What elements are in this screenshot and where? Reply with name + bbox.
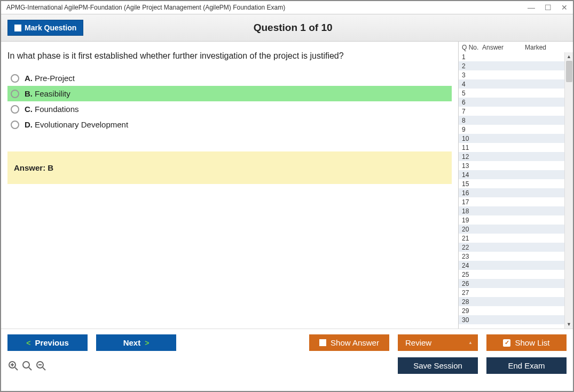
end-exam-label: End Exam	[508, 361, 545, 370]
list-item[interactable]: 28	[459, 297, 573, 306]
minimize-icon[interactable]: —	[528, 3, 535, 12]
list-item[interactable]: 8	[459, 116, 573, 125]
list-item-qno: 10	[462, 135, 482, 142]
show-answer-button[interactable]: Show Answer	[309, 334, 389, 351]
option-text: Feasibility	[35, 89, 70, 98]
list-item[interactable]: 15	[459, 179, 573, 188]
list-item[interactable]: 4	[459, 79, 573, 89]
list-item-qno: 3	[462, 71, 482, 79]
list-item[interactable]: 6	[459, 98, 573, 107]
list-item[interactable]: 7	[459, 107, 573, 116]
list-item[interactable]: 2	[459, 61, 573, 70]
list-item-qno: 28	[462, 298, 482, 306]
list-item-qno: 15	[462, 180, 482, 188]
scroll-down-icon[interactable]: ▼	[565, 320, 573, 329]
review-label: Review	[405, 338, 431, 347]
list-item[interactable]: 12	[459, 152, 573, 161]
radio-icon[interactable]	[11, 90, 19, 98]
zoom-controls	[7, 360, 47, 372]
radio-icon[interactable]	[11, 74, 19, 83]
list-item[interactable]: 29	[459, 306, 573, 315]
question-text: In what phase is it first established wh…	[7, 51, 452, 61]
chevron-left-icon: <	[26, 339, 30, 347]
option-row[interactable]: B. Feasibility	[7, 86, 452, 101]
option-row[interactable]: C. Foundations	[7, 101, 452, 117]
chevron-right-icon: >	[145, 339, 149, 347]
list-item-qno: 4	[462, 81, 482, 88]
window-title: APMG-International AgilePM-Foundation (A…	[6, 4, 285, 11]
scroll-up-icon[interactable]: ▲	[565, 52, 573, 61]
list-item-qno: 23	[462, 253, 482, 260]
mark-question-button[interactable]: Mark Question	[7, 20, 83, 36]
list-item-qno: 29	[462, 307, 482, 315]
list-item[interactable]: 22	[459, 243, 573, 252]
question-list-panel: Q No. Answer Marked 12345678910111213141…	[458, 42, 573, 329]
list-item-qno: 24	[462, 262, 482, 269]
close-icon[interactable]: ✕	[561, 3, 568, 12]
list-item[interactable]: 5	[459, 89, 573, 98]
window-titlebar: APMG-International AgilePM-Foundation (A…	[1, 1, 573, 14]
checkbox-icon	[14, 25, 21, 31]
save-session-button[interactable]: Save Session	[398, 357, 478, 374]
list-item[interactable]: 3	[459, 70, 573, 79]
list-item-qno: 8	[462, 117, 482, 124]
list-item-qno: 30	[462, 316, 482, 324]
question-list-wrap: 1234567891011121314151617181920212223242…	[459, 52, 573, 329]
list-item[interactable]: 21	[459, 234, 573, 243]
list-item-qno: 17	[462, 198, 482, 206]
list-item[interactable]: 20	[459, 225, 573, 234]
list-item[interactable]: 1	[459, 52, 573, 61]
radio-icon[interactable]	[11, 105, 19, 114]
question-list-header: Q No. Answer Marked	[459, 42, 573, 52]
list-item[interactable]: 25	[459, 270, 573, 279]
maximize-icon[interactable]: ☐	[545, 3, 552, 12]
svg-line-1	[15, 367, 18, 370]
scroll-thumb[interactable]	[566, 61, 572, 82]
list-item-qno: 13	[462, 162, 482, 170]
option-letter: C.	[25, 105, 33, 114]
list-item[interactable]: 9	[459, 125, 573, 134]
question-list[interactable]: 1234567891011121314151617181920212223242…	[459, 52, 573, 329]
list-item[interactable]: 19	[459, 215, 573, 225]
show-list-button[interactable]: ✓ Show List	[486, 334, 567, 351]
question-panel: In what phase is it first established wh…	[1, 42, 458, 329]
window-controls: — ☐ ✕	[528, 3, 568, 12]
list-item[interactable]: 10	[459, 134, 573, 143]
option-row[interactable]: A. Pre-Project	[7, 70, 452, 86]
list-item[interactable]: 11	[459, 143, 573, 152]
list-item-qno: 25	[462, 271, 482, 278]
option-letter: A.	[25, 74, 33, 83]
option-text: Foundations	[35, 105, 79, 114]
list-item[interactable]: 27	[459, 288, 573, 297]
zoom-reset-icon[interactable]	[21, 360, 33, 372]
option-row[interactable]: D. Evolutionary Development	[7, 117, 452, 132]
options-list: A. Pre-ProjectB. FeasibilityC. Foundatio…	[7, 70, 452, 132]
list-item[interactable]: 23	[459, 252, 573, 261]
col-header-answer: Answer	[482, 44, 525, 51]
list-item-qno: 18	[462, 207, 482, 215]
list-item[interactable]: 14	[459, 170, 573, 179]
end-exam-button[interactable]: End Exam	[486, 357, 567, 374]
list-item-qno: 2	[462, 62, 482, 70]
next-label: Next	[123, 338, 141, 347]
list-item[interactable]: 30	[459, 315, 573, 324]
list-item-qno: 9	[462, 126, 482, 133]
list-item[interactable]: 16	[459, 188, 573, 197]
scrollbar[interactable]: ▲ ▼	[564, 52, 573, 329]
zoom-in-icon[interactable]	[7, 360, 19, 372]
svg-point-4	[23, 362, 29, 368]
option-letter: D.	[25, 120, 33, 129]
footer-row-secondary: Save Session End Exam	[7, 357, 567, 374]
radio-icon[interactable]	[11, 121, 19, 129]
zoom-out-icon[interactable]	[35, 360, 47, 372]
list-item-qno: 22	[462, 244, 482, 251]
list-item[interactable]: 17	[459, 197, 573, 206]
next-button[interactable]: Next >	[96, 334, 176, 351]
list-item[interactable]: 24	[459, 261, 573, 270]
previous-button[interactable]: < Previous	[7, 334, 88, 351]
list-item[interactable]: 13	[459, 161, 573, 170]
footer: < Previous Next > Show Answer Review ▲ ✓…	[1, 329, 573, 376]
list-item[interactable]: 26	[459, 279, 573, 288]
list-item[interactable]: 18	[459, 206, 573, 215]
review-button[interactable]: Review ▲	[398, 334, 478, 351]
